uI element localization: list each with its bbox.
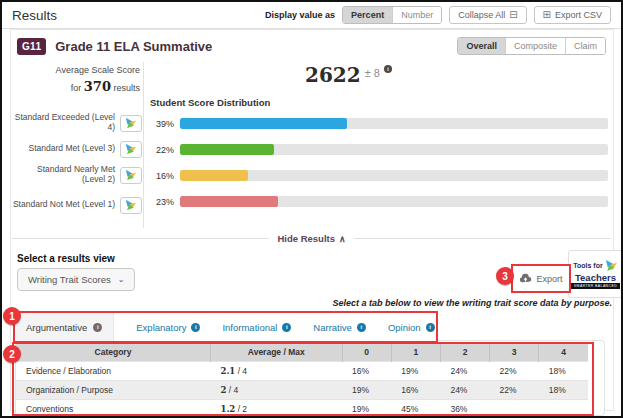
bar-fill-level1 bbox=[180, 196, 278, 207]
export-csv-button[interactable]: ⊞ Export CSV bbox=[534, 6, 611, 24]
tools-for-teachers-icon bbox=[605, 259, 618, 272]
tab-label: Argumentative bbox=[26, 322, 87, 333]
bar-track bbox=[180, 196, 608, 207]
achievement-levels: Standard Exceeded (Level 4) Standard Met… bbox=[12, 110, 142, 218]
tab-informational[interactable]: Informational i bbox=[222, 313, 291, 341]
collapse-all-label: Collapse All bbox=[458, 10, 505, 20]
tab-explanatory[interactable]: Explanatory i bbox=[136, 313, 200, 341]
tab-composite[interactable]: Composite bbox=[505, 38, 565, 54]
tools-for-teachers-icon bbox=[125, 169, 137, 181]
trait-tabs-annotation-box: Argumentative i Explanatory i Informatio… bbox=[13, 311, 438, 343]
bar-fill-level2 bbox=[180, 170, 248, 181]
info-icon[interactable]: i bbox=[282, 323, 291, 332]
export-annotation-box: Export bbox=[511, 264, 571, 293]
bar-track bbox=[180, 170, 608, 181]
results-view-dropdown[interactable]: Writing Trait Scores ⌄ bbox=[17, 268, 135, 291]
tools-for-teachers-logo: Tools for Teachers SMARTER BALANCED bbox=[568, 250, 623, 298]
tab-label: Narrative bbox=[313, 322, 352, 333]
tab-argumentative[interactable]: Argumentative i bbox=[15, 313, 114, 341]
results-page: Results Display value as Percent Number … bbox=[0, 0, 623, 418]
logo-line1: Tools for bbox=[573, 262, 602, 269]
average-scale-score-label: Average Scale Score bbox=[12, 63, 140, 77]
tab-label: Explanatory bbox=[136, 322, 186, 333]
display-value-label: Display value as bbox=[265, 10, 335, 20]
resource-link-button[interactable] bbox=[120, 167, 142, 184]
page-title: Results bbox=[12, 8, 57, 23]
bar-percent-label: 23% bbox=[148, 197, 174, 207]
cloud-upload-icon bbox=[519, 273, 532, 284]
resource-link-button[interactable] bbox=[120, 141, 142, 158]
results-view-label: Select a results view bbox=[17, 253, 115, 264]
bar-percent-label: 22% bbox=[148, 145, 174, 155]
average-score-value: 2622 bbox=[305, 65, 361, 85]
number-toggle-button[interactable]: Number bbox=[392, 7, 441, 23]
level-label: Standard Met (Level 3) bbox=[12, 144, 115, 154]
tab-label: Informational bbox=[222, 322, 277, 333]
tab-label: Opinion bbox=[388, 322, 421, 333]
trait-table-annotation-box bbox=[12, 342, 594, 416]
info-icon[interactable]: i bbox=[93, 323, 102, 332]
bar-track bbox=[180, 118, 608, 129]
percent-toggle-button[interactable]: Percent bbox=[343, 7, 392, 23]
bar-fill-level4 bbox=[180, 118, 347, 129]
bar-percent-label: 39% bbox=[148, 119, 174, 129]
level-label: Standard Exceeded (Level 4) bbox=[12, 113, 115, 133]
assessment-header: G11 Grade 11 ELA Summative Overall Compo… bbox=[11, 32, 612, 60]
score-info-icon[interactable]: i bbox=[384, 65, 392, 73]
score-distribution-chart: 39% 22% 16% 23% bbox=[148, 118, 608, 222]
tab-claim[interactable]: Claim bbox=[565, 38, 605, 54]
level-row: Standard Met (Level 3) bbox=[12, 136, 142, 162]
annotation-badge-2: 2 bbox=[3, 345, 21, 363]
export-csv-label: Export CSV bbox=[555, 10, 602, 20]
export-label: Export bbox=[536, 274, 562, 284]
hide-results-label: Hide Results bbox=[277, 233, 335, 244]
for-label: for bbox=[71, 83, 82, 93]
score-error-margin: ± 8 bbox=[365, 67, 380, 79]
tab-opinion[interactable]: Opinion i bbox=[388, 313, 435, 341]
grade-badge: G11 bbox=[17, 38, 46, 55]
average-results-line: for 370 results bbox=[12, 77, 140, 98]
results-count: 370 bbox=[84, 79, 111, 94]
bar-track bbox=[180, 144, 608, 155]
bar-fill-level3 bbox=[180, 144, 274, 155]
value-format-toggle: Percent Number bbox=[342, 6, 442, 24]
level-label: Standard Nearly Met (Level 2) bbox=[12, 165, 115, 185]
info-icon[interactable]: i bbox=[191, 323, 200, 332]
annotation-badge-3: 3 bbox=[496, 267, 514, 285]
level-row: Standard Exceeded (Level 4) bbox=[12, 110, 142, 136]
info-icon[interactable]: i bbox=[426, 323, 435, 332]
tools-for-teachers-icon bbox=[125, 143, 137, 155]
average-scale-score-block: Average Scale Score for 370 results bbox=[12, 63, 140, 98]
section-divider bbox=[143, 62, 144, 228]
results-label: results bbox=[113, 83, 140, 93]
collapse-all-button[interactable]: Collapse All ⊟ bbox=[449, 6, 526, 24]
result-type-tabs: Overall Composite Claim bbox=[457, 37, 606, 55]
export-csv-icon: ⊞ bbox=[543, 10, 551, 20]
info-icon[interactable]: i bbox=[357, 323, 366, 332]
logo-line2: Teachers bbox=[575, 273, 616, 283]
tab-instruction-note: Select a tab below to view the writing t… bbox=[332, 298, 612, 308]
divider-line bbox=[12, 238, 269, 239]
assessment-title: Grade 11 ELA Summative bbox=[55, 39, 212, 54]
resource-link-button[interactable] bbox=[120, 115, 142, 132]
level-row: Standard Not Met (Level 1) bbox=[12, 192, 142, 218]
toolbar-controls: Display value as Percent Number Collapse… bbox=[265, 6, 611, 24]
level-label: Standard Not Met (Level 1) bbox=[12, 200, 115, 210]
annotation-badge-1: 1 bbox=[3, 307, 21, 325]
chevron-up-icon: ∧ bbox=[339, 234, 346, 244]
resource-link-button[interactable] bbox=[120, 197, 142, 214]
bar-row: 22% bbox=[148, 144, 608, 155]
distribution-title: Student Score Distribution bbox=[150, 97, 270, 108]
divider-line bbox=[354, 238, 611, 239]
bar-row: 39% bbox=[148, 118, 608, 129]
export-button[interactable]: Export bbox=[519, 273, 562, 284]
tab-narrative[interactable]: Narrative i bbox=[313, 313, 366, 341]
average-score-display: 2622 ± 8 i bbox=[305, 65, 392, 85]
bar-row: 23% bbox=[148, 196, 608, 207]
tab-overall[interactable]: Overall bbox=[458, 38, 505, 54]
hide-results-toggle[interactable]: Hide Results ∧ bbox=[12, 233, 611, 244]
collapse-all-icon: ⊟ bbox=[509, 10, 517, 20]
bar-percent-label: 16% bbox=[148, 171, 174, 181]
level-row: Standard Nearly Met (Level 2) bbox=[12, 162, 142, 188]
bar-row: 16% bbox=[148, 170, 608, 181]
